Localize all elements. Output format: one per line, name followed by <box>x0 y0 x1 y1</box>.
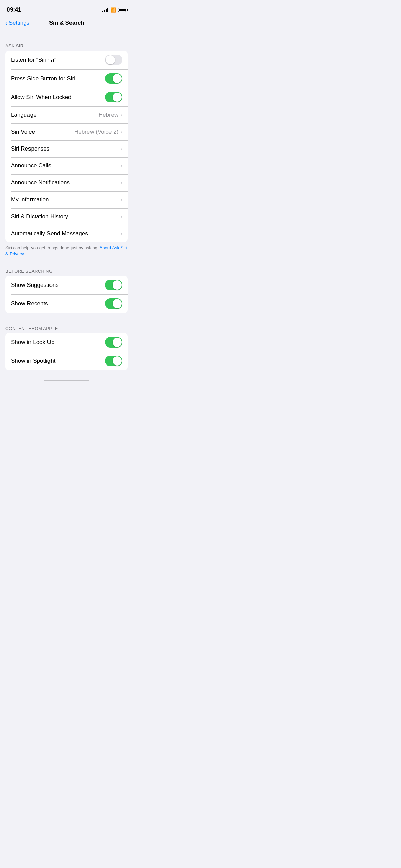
my-information-label: My Information <box>11 196 120 203</box>
siri-dictation-history-chevron-icon: › <box>120 213 122 220</box>
announce-calls-chevron-icon: › <box>120 162 122 169</box>
home-bar <box>44 380 89 381</box>
status-icons: 📶 <box>102 7 126 13</box>
content-from-apple-card: Show in Look Up Show in Spotlight <box>5 333 128 370</box>
press-side-button-label: Press Side Button for Siri <box>11 75 105 82</box>
allow-siri-locked-label: Allow Siri When Locked <box>11 94 105 101</box>
press-side-button-toggle[interactable] <box>105 73 122 84</box>
show-suggestions-row[interactable]: Show Suggestions <box>5 276 128 294</box>
show-in-look-up-toggle[interactable] <box>105 337 122 348</box>
my-information-chevron-icon: › <box>120 196 122 203</box>
my-information-row[interactable]: My Information › <box>5 191 128 208</box>
siri-responses-chevron-icon: › <box>120 145 122 152</box>
siri-voice-label: Siri Voice <box>11 129 74 135</box>
status-time: 09:41 <box>7 6 21 13</box>
toggle-knob <box>106 55 115 64</box>
siri-voice-value: Hebrew (Voice 2) <box>74 129 118 135</box>
section-header-content-from-apple: CONTENT FROM APPLE <box>0 320 133 333</box>
listen-siri-row[interactable]: Listen for "Siri ה׳" <box>5 51 128 69</box>
section-header-before-searching: BEFORE SEARCHING <box>0 262 133 276</box>
ask-siri-footer: Siri can help you get things done just b… <box>0 242 133 262</box>
show-suggestions-label: Show Suggestions <box>11 282 105 289</box>
back-chevron-icon: ‹ <box>5 20 8 26</box>
before-searching-card: Show Suggestions Show Recents <box>5 276 128 313</box>
language-value: Hebrew <box>99 112 119 118</box>
back-label: Settings <box>9 20 29 26</box>
show-suggestions-toggle[interactable] <box>105 280 122 290</box>
auto-send-messages-row[interactable]: Automatically Send Messages › <box>5 225 128 242</box>
show-in-look-up-label: Show in Look Up <box>11 339 105 346</box>
toggle-knob <box>113 280 122 290</box>
show-recents-toggle[interactable] <box>105 298 122 309</box>
listen-siri-toggle[interactable] <box>105 55 122 65</box>
auto-send-messages-label: Automatically Send Messages <box>11 230 120 237</box>
show-recents-row[interactable]: Show Recents <box>5 294 128 313</box>
toggle-knob <box>113 338 122 347</box>
language-label: Language <box>11 112 99 118</box>
announce-notifications-chevron-icon: › <box>120 179 122 186</box>
ask-siri-card: Listen for "Siri ה׳" Press Side Button f… <box>5 51 128 242</box>
toggle-knob <box>113 356 122 366</box>
siri-responses-label: Siri Responses <box>11 145 120 152</box>
auto-send-messages-chevron-icon: › <box>120 230 122 237</box>
back-button[interactable]: ‹ Settings <box>5 20 29 26</box>
press-side-button-row[interactable]: Press Side Button for Siri <box>5 69 128 88</box>
show-in-spotlight-label: Show in Spotlight <box>11 358 105 364</box>
allow-siri-locked-toggle[interactable] <box>105 92 122 102</box>
allow-siri-locked-row[interactable]: Allow Siri When Locked <box>5 88 128 106</box>
language-chevron-icon: › <box>120 112 122 118</box>
siri-voice-row[interactable]: Siri Voice Hebrew (Voice 2) › <box>5 123 128 140</box>
announce-calls-label: Announce Calls <box>11 162 120 169</box>
language-row[interactable]: Language Hebrew › <box>5 106 128 123</box>
toggle-knob <box>113 93 122 102</box>
show-recents-label: Show Recents <box>11 300 105 307</box>
status-bar: 09:41 📶 <box>0 0 133 17</box>
announce-notifications-label: Announce Notifications <box>11 179 120 186</box>
signal-icon <box>102 8 108 12</box>
battery-icon <box>118 8 126 12</box>
listen-siri-label: Listen for "Siri ה׳" <box>11 56 105 63</box>
show-in-spotlight-toggle[interactable] <box>105 356 122 366</box>
siri-responses-row[interactable]: Siri Responses › <box>5 140 128 157</box>
siri-dictation-history-row[interactable]: Siri & Dictation History › <box>5 208 128 225</box>
show-in-look-up-row[interactable]: Show in Look Up <box>5 333 128 352</box>
nav-bar: ‹ Settings Siri & Search <box>0 17 133 31</box>
home-indicator <box>0 377 133 383</box>
page-title: Siri & Search <box>49 20 84 26</box>
announce-notifications-row[interactable]: Announce Notifications › <box>5 174 128 191</box>
siri-dictation-history-label: Siri & Dictation History <box>11 213 120 220</box>
section-header-ask-siri: ASK SIRI <box>0 37 133 51</box>
toggle-knob <box>113 299 122 308</box>
wifi-icon: 📶 <box>111 7 116 13</box>
announce-calls-row[interactable]: Announce Calls › <box>5 157 128 174</box>
siri-voice-chevron-icon: › <box>120 129 122 135</box>
show-in-spotlight-row[interactable]: Show in Spotlight <box>5 352 128 370</box>
ask-siri-footer-text: Siri can help you get things done just b… <box>5 245 99 250</box>
toggle-knob <box>113 74 122 83</box>
